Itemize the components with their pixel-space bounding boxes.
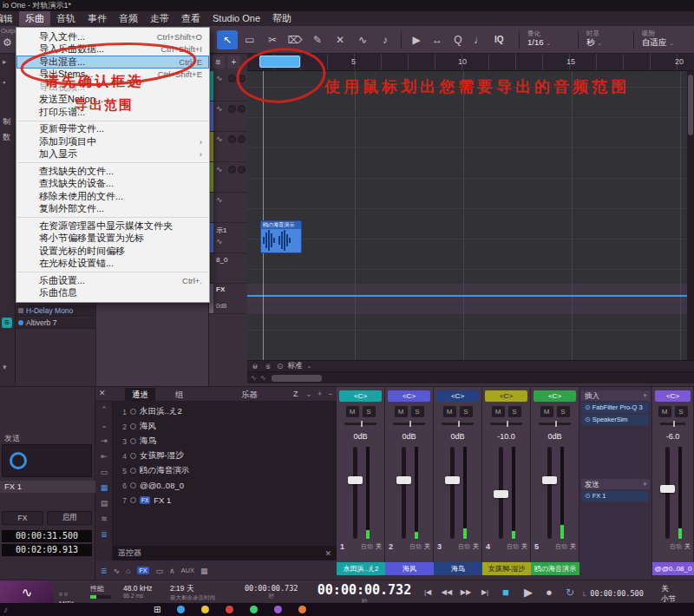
menu-item-remove-unused-files[interactable]: 移除未使用的文件... [16,190,209,203]
channel-name[interactable]: 女孩脚-湿沙 [140,450,184,462]
paint-tool-button[interactable]: ✎ [307,30,328,49]
volume-fader[interactable] [531,445,579,541]
knob-icon[interactable]: ⊙ [277,362,284,370]
mute-button[interactable]: M [540,406,553,417]
channel-list-item[interactable]: 3海鸟 [113,434,337,449]
tab-groups[interactable]: 组 [168,388,191,401]
vertical-tab-label[interactable]: 制 [3,116,10,128]
channel-active-icon[interactable] [130,453,136,459]
automation-mode-value[interactable]: 标准 [288,361,303,371]
mute-button[interactable]: M [492,406,505,417]
mixer-tool-icon[interactable]: ⇥ [95,433,113,449]
plugin-name[interactable]: SpeakerSim [593,415,628,425]
add-track-button[interactable]: + [227,56,240,69]
volume-fader[interactable] [482,445,530,541]
snap-value[interactable]: 自适应 [642,37,667,47]
mute-button[interactable]: M [346,406,359,417]
arrangement-area[interactable] [247,71,694,360]
audio-clip[interactable]: 鸥の海音演示 [260,220,302,253]
solo-button[interactable] [238,105,246,113]
rewind-button[interactable]: ◀◀ [437,585,456,600]
menu-item-set-anchor[interactable]: 在光标处设置锚... [16,258,209,271]
automation-label[interactable]: 自动 [670,542,682,551]
horizontal-scrollbar[interactable]: ∿ ∿ [247,371,694,383]
solo-button[interactable] [238,166,246,174]
eraser-tool-button[interactable]: ⌦ [285,30,305,49]
mixer-tool-icon[interactable]: ≣ [95,527,113,542]
channel-list-item[interactable]: 6@@0..08_0 [113,478,337,493]
menubar-item-view[interactable]: 查看 [175,11,206,26]
mute-button[interactable] [228,166,236,174]
track-header[interactable]: ∿ [209,71,248,102]
menu-item-import-song-data[interactable]: 导入乐曲数据...Ctrl+Shift+I [16,43,209,56]
automation-line[interactable] [247,295,694,297]
menubar-item-event[interactable]: 事件 [82,11,113,26]
menu-item-import-file[interactable]: 导入文件...Ctrl+Shift+O [16,30,209,43]
wave-view-icon[interactable]: ∿ [114,567,121,575]
timeline-selection-range[interactable] [259,56,300,68]
menu-item-set-time-offset[interactable]: 设置光标的时间偏移 [16,245,209,258]
channel-name[interactable]: 永田浜..え2 [140,406,182,417]
channel-name[interactable]: @@0..08_0 [140,481,184,490]
quantize-value[interactable]: 1/16 [527,37,544,47]
mixer-tool-icon[interactable]: ⌄ [95,417,113,433]
quantize-dropdown[interactable]: 量化 1/16 ⌄ [527,29,551,50]
automation-state[interactable]: 关 [521,542,527,551]
menubar-item-transport[interactable]: 走带 [144,11,175,26]
loop-start-value[interactable]: 00:00:00.500 [590,589,643,598]
metronome-settings-cell[interactable]: 关 小节 [661,584,676,605]
automation-state[interactable]: 关 [473,542,479,551]
send-level-knob[interactable] [10,452,27,469]
send-name[interactable]: FX 1 [593,491,606,501]
channel-name-tab[interactable]: 海鸟 [434,562,482,575]
taskbar-app-icon[interactable] [298,606,306,613]
menubar-item-song[interactable]: 乐曲 [19,11,50,26]
menu-item-show-media-folder[interactable]: 在资源管理器中显示媒体文件夹 [16,220,209,233]
pan-slider[interactable] [393,423,425,425]
menu-item-add-to-show[interactable]: 加入显示› [16,148,209,161]
fx-button[interactable]: FX [2,511,43,525]
marker-icon[interactable]: ▪ [3,78,5,87]
solo-button[interactable]: S [557,406,570,417]
automation-label[interactable]: 自动 [361,542,373,551]
channel-name-tab[interactable]: 永田浜..え2 [337,562,385,575]
channel-active-icon[interactable] [130,497,136,503]
menu-item-update-mastering-file[interactable]: 更新母带文件... [16,123,209,136]
fast-forward-button[interactable]: ▶▶ [456,585,475,600]
bend-tool-button[interactable]: ∿ [352,30,373,49]
app-note-icon[interactable]: ♪ [3,605,8,614]
fx-view-icon[interactable]: FX [137,567,150,574]
solo-button[interactable]: S [411,406,424,417]
track-header[interactable]: ∿ [209,132,248,162]
plugin-name[interactable]: FabFilter Pro-Q 3 [593,403,643,413]
pan-slider[interactable] [442,423,474,425]
channel-list-item[interactable]: 7FXFX 1 [113,493,337,508]
solo-button[interactable] [238,75,246,82]
automation-state[interactable]: 关 [570,542,576,551]
mixer-tool-icon[interactable]: ▦ [95,480,113,495]
channel-active-icon[interactable] [130,468,136,474]
menubar-item-audio[interactable]: 音频 [113,11,144,26]
menu-item-print-score[interactable]: 打印乐谱... [16,106,209,119]
channel-active-icon[interactable] [130,482,136,488]
automation-label[interactable]: 自动 [458,542,470,551]
mute-button[interactable]: M [251,362,259,370]
secondary-time-cell[interactable]: 00:00:00.732 秒 [245,584,298,600]
solo-button[interactable]: S [508,406,521,417]
fx-channel-section-header[interactable]: FX 1 [0,481,95,493]
loop-button[interactable]: ↻ [560,585,579,600]
gain-readout[interactable]: -6.0 [652,432,693,441]
channel-name[interactable]: 鸥の海音演示 [140,465,189,476]
autoscroll-button[interactable]: ▶ [406,30,427,49]
pan-slider[interactable] [660,423,685,425]
pan-slider[interactable] [490,423,522,425]
pan-control[interactable]: <C> [655,390,691,402]
gain-readout[interactable]: 0dB [531,432,579,441]
timebase-value[interactable]: 秒 [586,37,595,47]
taskbar-app-icon[interactable] [250,606,258,613]
add-send-button[interactable]: + [643,479,650,489]
scrollbar-thumb[interactable] [688,75,693,135]
solo-badge[interactable]: S [2,318,12,328]
channel-list-item[interactable]: 4女孩脚-湿沙 [113,449,337,463]
send-enable-icon[interactable]: ⊙ [585,491,591,501]
